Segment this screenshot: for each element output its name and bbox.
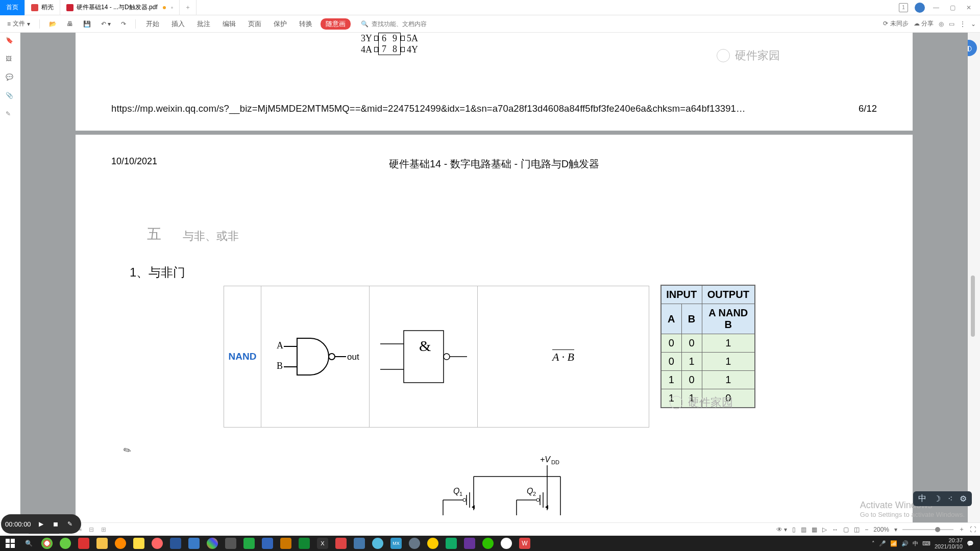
edit-button[interactable]: ✎ [66,520,74,528]
maximize-button[interactable]: ▢ [946,2,959,14]
taskbar-app-excel[interactable] [443,537,459,550]
taskbar-app-5[interactable] [241,537,257,550]
avatar-icon[interactable] [914,2,926,14]
search-box[interactable]: 🔍 [361,20,463,28]
app-badge-icon[interactable]: 1 [897,2,910,14]
fit-page-icon[interactable]: ▢ [843,526,849,533]
tray-ime[interactable]: 中 [913,540,918,547]
tab-new[interactable]: ＋ [180,0,197,15]
menu-edit[interactable]: 编辑 [218,17,240,31]
tab-doc1[interactable]: 稻壳 [25,0,60,15]
svg-point-26 [463,498,466,502]
taskbar-app-1[interactable] [76,537,92,550]
menu-start[interactable]: 开始 [142,17,163,31]
tray-keyboard-icon[interactable]: ⌨ [922,540,930,547]
taskbar-app-15[interactable] [498,537,514,550]
search-taskbar-icon[interactable]: 🔍 [20,537,37,550]
tray-volume-icon[interactable]: 🔊 [901,540,909,547]
play-button[interactable]: ▶ [37,520,45,528]
menu-page[interactable]: 页面 [244,17,265,31]
ime-toolbar[interactable]: 中 ☽ ⁖ ⚙ [913,491,972,506]
close-button[interactable]: ✕ [963,2,975,14]
ime-mode[interactable]: 中 [918,493,926,504]
taskbar-app-edge[interactable] [57,537,74,550]
menu-protect[interactable]: 保护 [270,17,291,31]
ime-gear-icon[interactable]: ⚙ [960,494,967,504]
taskbar-app-chrome[interactable] [39,537,55,550]
taskbar-app-everything[interactable] [112,537,129,550]
taskbar-app-10[interactable] [333,537,349,550]
attachment-icon[interactable]: 📎 [6,92,15,101]
taskbar-app-9[interactable]: X [314,537,331,550]
search-input[interactable] [372,20,463,28]
menu-convert[interactable]: 转换 [295,17,316,31]
menu-annotate[interactable]: 批注 [193,17,214,31]
play-icon[interactable]: ▷ [822,526,827,533]
tool-icon-2[interactable]: ▭ [949,20,954,28]
taskbar-app-11[interactable] [351,537,368,550]
image-icon[interactable]: 🖼 [6,55,15,64]
layout-single-icon[interactable]: ▯ [792,526,796,533]
redo-icon[interactable]: ↷ [118,18,129,30]
layout-cont-icon[interactable]: ▥ [801,526,806,533]
undo-icon[interactable]: ↶ ▾ [98,18,114,30]
hamburger-menu[interactable]: ≡ 文件 ▾ [4,17,33,30]
fullscreen-icon[interactable]: ⛶ [970,526,976,533]
taskbar-app-6[interactable] [259,537,276,550]
taskbar-app-8[interactable] [296,537,312,550]
menu-freehand[interactable]: 随意画 [321,18,351,30]
stamp-icon[interactable]: ✎ [6,110,15,119]
vertical-scrollbar[interactable] [969,33,976,532]
minimize-button[interactable]: — [930,2,942,14]
more-icon[interactable]: ⋮ [960,20,966,28]
stop-button[interactable]: ◼ [52,520,60,528]
ime-dots-icon[interactable]: ⁖ [948,494,952,504]
ime-moon-icon[interactable]: ☽ [934,494,941,504]
svg-rect-38 [6,544,10,548]
taskbar-app-mx[interactable]: MX [388,537,404,550]
taskbar-app-4[interactable] [223,537,239,550]
tray-mic-icon[interactable]: 🎤 [879,540,886,547]
start-button[interactable] [2,537,18,550]
tray-clock[interactable]: 20:37 2021/10/10 [935,537,963,549]
save-icon[interactable]: 💾 [80,18,94,30]
zoom-slider[interactable] [902,529,953,530]
taskbar-app-13[interactable] [406,537,423,550]
taskbar-app-12[interactable] [370,537,386,550]
crop-icon[interactable]: ◫ [854,526,860,533]
tool-icon-1[interactable]: ◎ [939,20,944,28]
zoom-in-button[interactable]: ＋ [959,525,965,534]
taskbar-app-wps[interactable]: W [517,537,533,550]
taskbar-app-2[interactable] [149,537,165,550]
taskbar-app-3[interactable] [186,537,202,550]
bookmark-icon[interactable]: 🔖 [6,37,15,46]
menu-insert[interactable]: 插入 [167,17,189,31]
tray-notif-icon[interactable]: 💬 [967,540,974,547]
chevron-down-icon[interactable]: ⌄ [971,20,976,28]
layout-double-icon[interactable]: ▦ [812,526,817,533]
tab-home[interactable]: 首页 [0,0,25,15]
sync-status[interactable]: ⟳ 未同步 [883,19,908,28]
document-area[interactable]: 3Y 6 9 5A 4A 7 8 4Y 硬件家园 https://mp.weix… [20,33,968,532]
tray-chevron-icon[interactable]: ˄ [872,540,875,547]
tab-doc2[interactable]: 硬件基础14 - ...与D触发器.pdf [60,0,180,15]
system-tray[interactable]: ˄ 🎤 📶 🔊 中 ⌨ 20:37 2021/10/10 💬 [872,537,978,549]
zoom-in-sq-icon[interactable]: ⊞ [99,526,108,533]
taskbar-app-7[interactable] [278,537,294,550]
fit-width-icon[interactable]: ↔ [832,526,838,533]
taskbar-app-word[interactable] [167,537,184,550]
taskbar-app-wechat[interactable] [480,537,496,550]
comment-icon[interactable]: 💬 [6,73,15,83]
eye-icon[interactable]: 👁 ▾ [776,526,787,533]
zoom-out-button[interactable]: − [865,526,868,533]
open-icon[interactable]: 📂 [46,18,60,30]
tray-network-icon[interactable]: 📶 [890,540,897,547]
taskbar-app-vs[interactable] [461,537,478,550]
taskbar-app-paint[interactable] [204,537,220,550]
share-button[interactable]: ☁ 分享 [914,19,934,28]
taskbar-app-14[interactable] [425,537,441,550]
taskbar-app-sticky[interactable] [131,537,147,550]
taskbar-app-explorer[interactable] [94,537,110,550]
print-icon[interactable]: 🖶 [64,18,76,30]
zoom-out-sq-icon[interactable]: ⊟ [87,526,96,533]
